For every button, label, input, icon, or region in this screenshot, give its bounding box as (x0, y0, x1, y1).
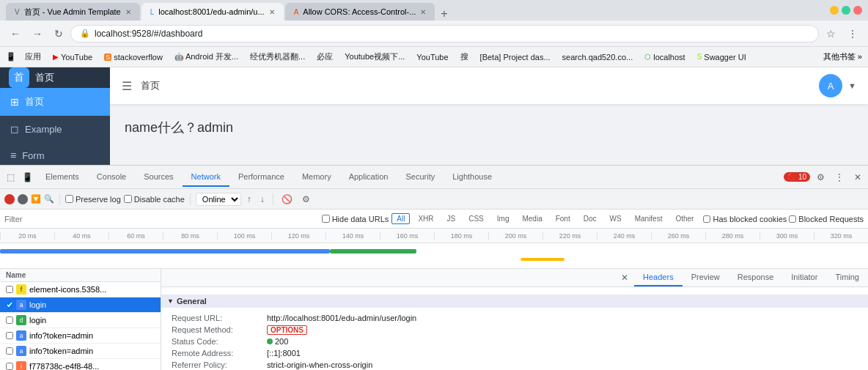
disable-cache-checkbox[interactable]: Disable cache (124, 195, 185, 204)
general-section-header[interactable]: ▼ General (161, 295, 868, 308)
sidebar-item-home[interactable]: ⊞ 首页 (0, 88, 110, 116)
bookmark-apps[interactable]: 应用 (22, 50, 44, 64)
item-0-checkbox[interactable] (6, 286, 13, 293)
tab-performance[interactable]: Performance (229, 168, 293, 187)
sidebar-item-example[interactable]: ◻ Example (0, 116, 110, 142)
tab-console[interactable]: Console (88, 168, 135, 187)
item-3-checkbox[interactable] (6, 332, 13, 339)
bookmark-translate[interactable]: 经优秀机器翻... (247, 50, 308, 64)
throttle-select[interactable]: Online (196, 193, 241, 206)
devtools-close-btn[interactable]: ✕ (850, 170, 865, 185)
tab-memory[interactable]: Memory (293, 168, 340, 187)
clear-button[interactable]: 🚫 (279, 193, 295, 206)
tab-2[interactable]: L localhost:8001/edu-admin/u... ✕ (141, 3, 284, 21)
menu-button[interactable]: ⋮ (843, 25, 862, 42)
other-bookmarks[interactable]: 其他书签 » (823, 51, 862, 62)
req-tab-response[interactable]: Response (729, 269, 783, 286)
record-button[interactable] (4, 194, 15, 204)
filter-css[interactable]: CSS (463, 213, 489, 224)
filter-doc[interactable]: Doc (578, 213, 602, 224)
export-har-button[interactable]: ↓ (257, 193, 268, 206)
maximize-button[interactable] (842, 6, 850, 15)
tab-application[interactable]: Application (340, 168, 397, 187)
tab-sources[interactable]: Sources (135, 168, 182, 187)
stop-button[interactable] (18, 194, 28, 204)
filter-button[interactable]: 🔽 (31, 194, 41, 204)
close-detail-button[interactable]: ✕ (615, 270, 634, 286)
filter-all[interactable]: All (391, 213, 410, 224)
import-har-button[interactable]: ↑ (244, 193, 254, 206)
tab-lighthouse[interactable]: Lighthouse (444, 168, 501, 187)
filter-other[interactable]: Other (670, 213, 699, 224)
preserve-log-input[interactable] (65, 195, 73, 203)
dropdown-arrow-icon[interactable]: ▼ (848, 81, 856, 90)
req-tab-headers[interactable]: Headers (634, 269, 683, 286)
blocked-requests-input[interactable] (789, 215, 796, 223)
filter-manifest[interactable]: Manifest (630, 213, 668, 224)
filter-img[interactable]: Img (492, 213, 515, 224)
req-tab-initiator[interactable]: Initiator (782, 269, 826, 286)
filter-media[interactable]: Media (517, 213, 547, 224)
new-tab-button[interactable]: + (436, 7, 452, 21)
bookmark-beta[interactable]: [Beta] Project das... (477, 51, 553, 63)
network-item-0[interactable]: f element-icons.5358... (0, 282, 161, 297)
network-item-3[interactable]: a info?token=admin (0, 328, 161, 344)
search-button[interactable]: 🔍 (44, 194, 54, 204)
tab-1[interactable]: V 首页 - Vue Admin Template ✕ (6, 3, 140, 21)
bookmark-button[interactable]: ☆ (822, 25, 840, 42)
network-item-5[interactable]: i f778738c-e4f8-48... (0, 359, 161, 370)
item-1-checkbox[interactable] (6, 301, 13, 308)
close-button[interactable] (853, 6, 862, 15)
network-item-2[interactable]: d login (0, 313, 161, 328)
item-2-checkbox[interactable] (6, 317, 13, 324)
bookmark-searchqad[interactable]: search.qad520.co... (559, 51, 636, 63)
bookmark-youtube1[interactable]: ▶YouTube (50, 51, 95, 63)
avatar[interactable]: A (819, 74, 842, 97)
req-tab-preview[interactable]: Preview (683, 269, 729, 286)
minimize-button[interactable] (830, 6, 839, 15)
item-4-checkbox[interactable] (6, 347, 13, 355)
bookmark-search[interactable]: 搜 (457, 50, 471, 64)
req-tab-timing[interactable]: Timing (826, 269, 868, 286)
bookmark-youtube2[interactable]: YouTube (413, 51, 451, 63)
sidebar-item-form[interactable]: ≡ Form (0, 142, 110, 165)
settings-btn2[interactable]: ⚙ (298, 192, 314, 207)
bookmark-bing[interactable]: 必应 (314, 50, 336, 64)
preserve-log-checkbox[interactable]: Preserve log (65, 195, 121, 204)
devtools-select-element-btn[interactable]: ⬚ (3, 170, 18, 185)
bookmark-swagger[interactable]: SSwagger UI (694, 51, 749, 63)
bookmark-stackoverflow[interactable]: Sstackoverflow (101, 51, 166, 63)
hamburger-icon[interactable]: ☰ (122, 79, 132, 93)
tab-network[interactable]: Network (183, 168, 229, 187)
tab-elements[interactable]: Elements (37, 168, 88, 187)
reload-button[interactable]: ↻ (50, 25, 67, 42)
filter-js[interactable]: JS (442, 213, 461, 224)
filter-input[interactable] (4, 215, 317, 223)
forward-button[interactable]: → (28, 25, 47, 42)
bookmark-android[interactable]: 🤖Android 开发... (172, 50, 241, 64)
disable-cache-input[interactable] (124, 195, 132, 203)
tab-3[interactable]: A Allow CORS: Access-Control-... ✕ (285, 3, 435, 21)
blocked-requests-checkbox[interactable]: Blocked Requests (789, 215, 864, 223)
has-blocked-input[interactable] (703, 215, 710, 223)
bookmark-youtube-dl[interactable]: Youtube视频下... (342, 50, 408, 64)
filter-ws[interactable]: WS (605, 213, 627, 224)
network-item-1[interactable]: a login (0, 297, 161, 313)
tab-3-close[interactable]: ✕ (420, 8, 426, 16)
devtools-settings-btn[interactable]: ⚙ (813, 170, 828, 185)
network-item-4[interactable]: a info?token=admin (0, 344, 161, 359)
hide-data-urls-checkbox[interactable]: Hide data URLs (322, 213, 389, 224)
item-5-checkbox[interactable] (6, 363, 13, 370)
devtools-device-btn[interactable]: 📱 (18, 170, 37, 185)
bookmark-localhost[interactable]: ⬡localhost (641, 51, 688, 63)
devtools-more-btn[interactable]: ⋮ (831, 170, 847, 185)
address-bar[interactable]: 🔒 localhost:9528/#/dashboard (70, 25, 819, 42)
tab-2-close[interactable]: ✕ (269, 8, 275, 16)
has-blocked-checkbox[interactable]: Has blocked cookies (703, 215, 787, 223)
tab-1-close[interactable]: ✕ (125, 8, 131, 16)
filter-font[interactable]: Font (551, 213, 575, 224)
back-button[interactable]: ← (6, 25, 25, 42)
hide-data-urls-input[interactable] (322, 215, 330, 223)
filter-xhr[interactable]: XHR (413, 213, 438, 224)
tab-security[interactable]: Security (397, 168, 444, 187)
